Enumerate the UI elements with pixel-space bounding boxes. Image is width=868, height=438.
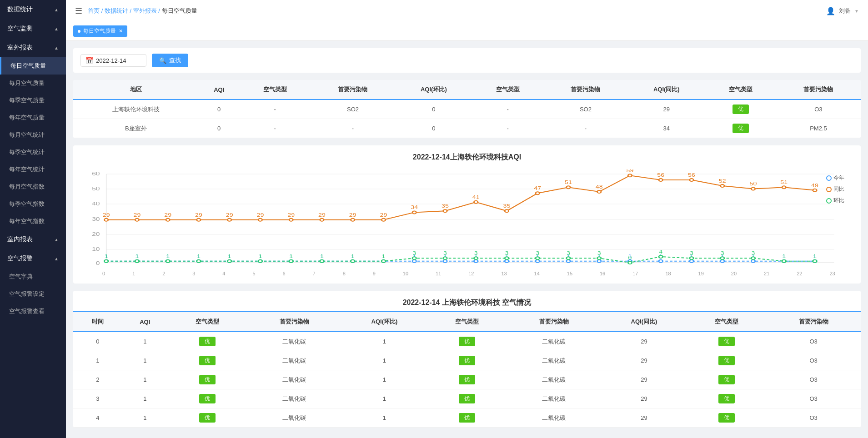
cell-aqi: 1 [122, 389, 168, 408]
search-bar: 📅 🔍 查找 [73, 48, 861, 73]
sidebar-item-alarm-setting[interactable]: 空气报警设定 [0, 285, 66, 303]
svg-text:59: 59 [627, 169, 634, 174]
table-row: 上海轶伦环境科技 0 - SO2 0 - SO2 29 优 O3 [73, 100, 861, 119]
svg-text:49: 49 [811, 183, 818, 188]
breadcrumb-outdoor[interactable]: 室外报表 [133, 7, 157, 14]
sidebar-section-air-monitor[interactable]: 空气监测 ▲ [0, 19, 66, 38]
menu-icon[interactable]: ☰ [75, 6, 82, 16]
svg-point-141 [567, 257, 571, 259]
cell-aqi: 0 [199, 100, 240, 119]
sidebar-item-alarm-view[interactable]: 空气报警查看 [0, 303, 66, 320]
status-badge: 优 [199, 337, 216, 346]
sidebar-item-seasonal-stats[interactable]: 每季空气统计 [0, 144, 66, 161]
date-input[interactable] [96, 57, 141, 64]
breadcrumb-data-stats[interactable]: 数据统计 [105, 7, 128, 14]
header: ☰ 首页 / 数据统计 / 室外报表 / 每日空气质量 👤 刘备 ▼ [66, 0, 868, 22]
sidebar-section-outdoor-report[interactable]: 室外报表 ▲ [0, 38, 66, 57]
top-table-header-row: 地区 AQI 空气类型 首要污染物 AQI(环比) 空气类型 首要污染物 AQI… [73, 80, 861, 100]
cell-air-type-hb: 优 [427, 351, 507, 370]
status-badge: 优 [459, 356, 475, 365]
svg-point-85 [443, 260, 447, 263]
sidebar-item-seasonal-air[interactable]: 每季空气质量 [0, 92, 66, 109]
cell-air-type-tb: 优 [687, 351, 766, 370]
cell-aqi: 1 [122, 408, 168, 428]
svg-point-83 [412, 260, 416, 263]
svg-point-49 [628, 174, 632, 177]
cell-pollutant-hb: SO2 [543, 100, 628, 119]
content-area: 📅 🔍 查找 地区 AQI 空气类型 首要污染物 AQI(环比) 空气类型 [66, 41, 868, 438]
svg-point-145 [628, 261, 632, 264]
cell-air-type-tb: 优 [705, 100, 776, 119]
user-avatar-icon: 👤 [826, 7, 835, 15]
breadcrumb: 首页 / 数据统计 / 室外报表 / 每日空气质量 [88, 7, 197, 15]
sidebar-item-monthly-air[interactable]: 每月空气质量 [0, 75, 66, 92]
status-badge: 优 [199, 394, 216, 403]
search-button[interactable]: 🔍 查找 [152, 54, 188, 67]
col-aqi-tb: AQI(同比) [628, 80, 705, 100]
svg-text:1: 1 [135, 254, 139, 259]
sidebar-item-yearly-stats[interactable]: 每年空气统计 [0, 161, 66, 178]
sidebar-item-air-dict[interactable]: 空气字典 [0, 268, 66, 285]
svg-point-35 [412, 211, 416, 214]
legend-yoy: 同比 [826, 185, 844, 193]
svg-text:47: 47 [534, 186, 541, 191]
svg-text:1: 1 [382, 254, 386, 259]
cell-pollutant-hb: 二氧化碳 [507, 408, 601, 428]
breadcrumb-home[interactable]: 首页 [88, 7, 100, 14]
svg-point-93 [567, 260, 571, 263]
sidebar-item-yearly-index[interactable]: 每年空气指数 [0, 213, 66, 230]
legend-dot-this-year [826, 175, 832, 181]
breadcrumb-sep2: / [130, 7, 133, 14]
status-badge: 优 [718, 337, 735, 346]
chevron-up-icon: ▲ [54, 45, 59, 50]
sidebar-item-monthly-stats[interactable]: 每月空气统计 [0, 126, 66, 144]
username[interactable]: 刘备 [839, 7, 851, 15]
svg-point-55 [720, 184, 724, 187]
active-tab[interactable]: 每日空气质量 ✕ [73, 25, 127, 37]
col-aqi-hb2: AQI(环比) [341, 312, 427, 332]
cell-air-type-tb: 优 [687, 332, 766, 351]
svg-text:3: 3 [567, 251, 570, 256]
close-icon[interactable]: ✕ [119, 28, 123, 34]
svg-text:3: 3 [412, 251, 416, 256]
cell-pollutant: - [311, 119, 395, 138]
cell-pollutant-tb: O3 [766, 389, 861, 408]
search-icon: 🔍 [159, 57, 166, 64]
legend-dot-yoy [826, 187, 832, 192]
svg-point-137 [505, 257, 509, 259]
svg-text:4: 4 [659, 249, 662, 254]
svg-text:50: 50 [92, 186, 100, 191]
svg-text:29: 29 [287, 213, 295, 218]
sidebar-item-monthly-index[interactable]: 每月空气指数 [0, 178, 66, 195]
cell-air-type-hb: 优 [427, 370, 507, 389]
svg-point-157 [813, 260, 817, 263]
svg-point-115 [166, 260, 170, 263]
status-badge: 优 [733, 105, 749, 114]
legend-label-this-year: 今年 [833, 174, 844, 182]
svg-text:29: 29 [349, 213, 356, 218]
svg-point-19 [166, 219, 170, 221]
svg-point-45 [567, 186, 571, 189]
sidebar-item-seasonal-index[interactable]: 每季空气指数 [0, 195, 66, 213]
sidebar-section-data-stats[interactable]: 数据统计 ▲ [0, 0, 66, 19]
svg-text:29: 29 [226, 213, 233, 218]
sidebar-section-air-alarm[interactable]: 空气报警 ▲ [0, 249, 66, 268]
table-row: 4 1 优 二氧化碳 1 优 二氧化碳 29 优 O3 [73, 408, 861, 428]
col-air-type: 空气类型 [240, 80, 311, 100]
cell-air-type: 优 [168, 408, 247, 428]
table-row: 0 1 优 二氧化碳 1 优 二氧化碳 29 优 O3 [73, 332, 861, 351]
status-badge: 优 [718, 394, 735, 403]
svg-point-31 [351, 219, 355, 221]
svg-text:52: 52 [719, 179, 726, 184]
sidebar-item-yearly-air[interactable]: 每年空气质量 [0, 109, 66, 126]
svg-point-149 [690, 257, 694, 259]
sidebar-item-daily-air[interactable]: 每日空气质量 [0, 57, 66, 75]
sidebar-section-indoor-report[interactable]: 室内报表 ▲ [0, 230, 66, 249]
cell-aqi-hb: 1 [341, 389, 427, 408]
legend-label-mom: 环比 [833, 197, 844, 204]
cell-air-type-tb: 优 [687, 370, 766, 389]
svg-text:1: 1 [197, 254, 201, 259]
cell-air-type: - [240, 119, 311, 138]
top-table: 地区 AQI 空气类型 首要污染物 AQI(环比) 空气类型 首要污染物 AQI… [73, 80, 861, 138]
svg-text:51: 51 [780, 180, 788, 185]
